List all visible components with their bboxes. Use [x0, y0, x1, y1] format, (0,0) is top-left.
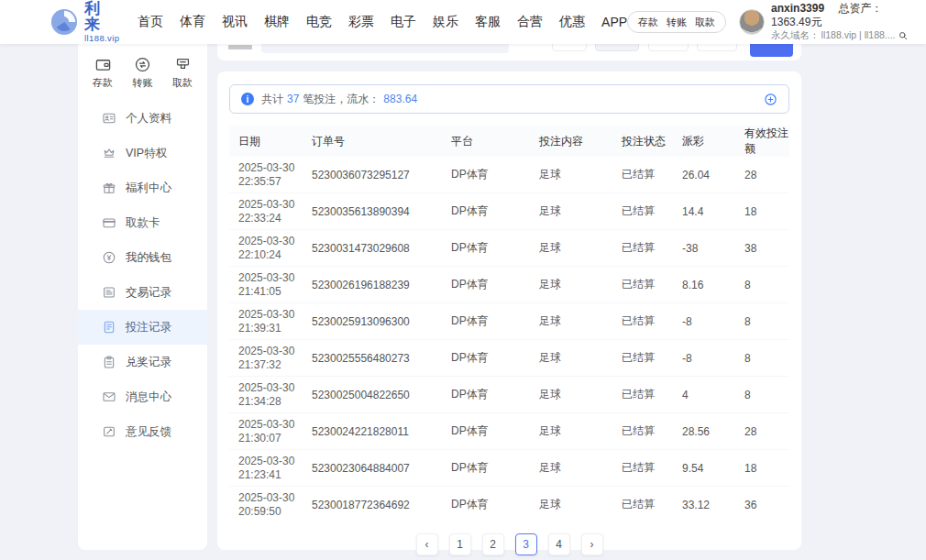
nav-item[interactable]: APP [601, 15, 627, 29]
cell-valid-amount: 8 [735, 377, 789, 413]
pagination-button[interactable]: 1 [449, 533, 471, 555]
filter-date-input[interactable] [261, 44, 509, 53]
site-logo[interactable]: 利 来 ll188.vip [50, 1, 123, 43]
cell-bet-status: 已结算 [612, 157, 673, 193]
cell-bet-content: 足球 [530, 157, 612, 193]
app-window: 利 来 ll188.vip 首页体育视讯棋牌电竞彩票电子娱乐客服合营优惠APP … [0, 0, 926, 560]
pagination-button[interactable]: ‹ [416, 533, 438, 555]
cell-bet-content: 足球 [530, 377, 612, 413]
sidebar-quick-action[interactable]: 存款 [93, 56, 113, 90]
sidebar-menu-item[interactable]: VIP特权 [78, 136, 207, 170]
table-row: 2025-03-30 22:10:24 5230031473029608 DP体… [229, 230, 789, 267]
sidebar-menu-item[interactable]: 我的钱包 [78, 240, 207, 275]
plus-circle-icon[interactable] [764, 93, 777, 106]
nav-item[interactable]: 电竞 [306, 14, 332, 30]
pagination-button[interactable]: › [581, 533, 603, 555]
cell-date: 2025-03-30 22:33:24 [229, 193, 303, 230]
avatar[interactable] [739, 9, 765, 35]
summary-text: 共计 37 笔投注，流水： 883.64 [261, 92, 417, 107]
wallet-pill-button[interactable]: 存款 [638, 16, 658, 29]
sidebar-quick-actions: 存款 转账 取款 [78, 44, 207, 90]
bet-records-table: 日期订单号平台投注内容投注状态派彩有效投注额 2025-03-30 22:35:… [229, 126, 789, 522]
nav-item[interactable]: 合营 [517, 14, 543, 30]
pagination-button[interactable]: 3 [515, 533, 537, 555]
cell-bet-status: 已结算 [612, 340, 673, 377]
cell-order-number: 5230023064884007 [303, 450, 442, 487]
cell-platform: DP体育 [442, 487, 530, 523]
welfare-icon [102, 181, 116, 195]
sidebar-menu-item[interactable]: 消息中心 [78, 379, 207, 414]
nav-item[interactable]: 首页 [138, 14, 163, 30]
pagination-button[interactable]: 4 [548, 533, 570, 555]
nav-item[interactable]: 娱乐 [433, 14, 458, 30]
cell-platform: DP体育 [442, 413, 530, 450]
sidebar-menu-item[interactable]: 意见反馈 [78, 414, 207, 449]
nav-item[interactable]: 优惠 [559, 14, 585, 30]
cell-bet-status: 已结算 [612, 487, 673, 523]
cell-platform: DP体育 [442, 230, 530, 267]
cell-bet-status: 已结算 [612, 377, 673, 413]
message-icon [102, 390, 116, 404]
pagination-button[interactable]: 2 [482, 533, 504, 555]
sidebar-menu-item[interactable]: 个人资料 [78, 101, 207, 136]
transfer-icon [134, 56, 151, 73]
table-header-row: 日期订单号平台投注内容投注状态派彩有效投注额 [229, 126, 789, 157]
filter-search-button[interactable] [750, 44, 793, 57]
sidebar-menu-item[interactable]: 取款卡 [78, 205, 207, 240]
nav-item[interactable]: 客服 [475, 14, 501, 30]
cell-bet-content: 足球 [530, 267, 612, 303]
profile-icon [102, 111, 116, 126]
summary-bar: i 共计 37 笔投注，流水： 883.64 [229, 84, 789, 114]
table-row: 2025-03-30 21:41:05 5230026196188239 DP体… [229, 267, 789, 303]
nav-item[interactable]: 棋牌 [264, 14, 290, 30]
sidebar-menu-item[interactable]: 兑奖记录 [78, 345, 207, 379]
cell-order-number: 5230036073295127 [303, 157, 442, 193]
table-row: 2025-03-30 22:33:24 5230035613890394 DP体… [229, 193, 789, 230]
cell-order-number: 5230026196188239 [303, 267, 442, 303]
main-nav: 首页体育视讯棋牌电竞彩票电子娱乐客服合营优惠APP [138, 14, 627, 30]
nav-item[interactable]: 电子 [391, 14, 416, 30]
sidebar-menu-item[interactable]: 投注记录 [78, 310, 207, 345]
sidebar-quick-action[interactable]: 取款 [172, 56, 193, 90]
sidebar-menu-item[interactable]: 交易记录 [78, 275, 207, 310]
search-icon[interactable] [898, 30, 909, 41]
username: anxin3399 [771, 2, 824, 15]
cell-order-number: 5230024221828011 [303, 413, 442, 450]
wallet-pill-button[interactable]: 转账 [667, 16, 687, 29]
cell-payout: 9.54 [673, 450, 735, 487]
column-header: 投注状态 [612, 126, 673, 157]
sidebar-menu-item[interactable]: 福利中心 [78, 170, 207, 205]
cell-payout: 4 [673, 377, 735, 413]
feedback-icon [102, 424, 116, 439]
cell-valid-amount: 18 [735, 193, 789, 230]
nav-item[interactable]: 视讯 [222, 14, 248, 30]
bet-records-panel: i 共计 37 笔投注，流水： 883.64 日期订单号平台投注内 [217, 71, 801, 550]
filter-bar-cutoff [217, 44, 801, 60]
cell-bet-content: 足球 [530, 413, 612, 450]
filter-range-option[interactable] [697, 44, 737, 51]
account-line1: anxin3399 总资产： 1363.49元 [771, 2, 917, 29]
cell-bet-content: 足球 [530, 487, 612, 523]
wallet-pill-button[interactable]: 取款 [695, 16, 715, 29]
domain-value: ll188.vip | ll188.... [821, 29, 896, 41]
nav-item[interactable]: 体育 [180, 14, 205, 30]
assets-label: 总资产： [838, 2, 882, 15]
cell-date: 2025-03-30 21:37:32 [229, 340, 303, 377]
cell-date: 2025-03-30 21:23:41 [229, 450, 303, 487]
wallet-icon [102, 250, 116, 265]
sidebar-menu: 个人资料 VIP特权 福利中心 取款卡 [78, 101, 207, 449]
cell-platform: DP体育 [442, 340, 530, 377]
cell-order-number: 5230035613890394 [303, 193, 442, 230]
sidebar: 存款 转账 取款 个人资料 [78, 44, 207, 550]
filter-range-option[interactable] [552, 44, 587, 51]
sidebar-quick-action[interactable]: 转账 [133, 56, 153, 90]
cell-valid-amount: 8 [735, 340, 789, 377]
cell-bet-status: 已结算 [612, 450, 673, 487]
filter-range-option[interactable] [595, 44, 639, 51]
cell-bet-content: 足球 [530, 450, 612, 487]
nav-item[interactable]: 彩票 [348, 14, 374, 30]
cell-platform: DP体育 [442, 193, 530, 230]
cell-date: 2025-03-30 21:30:07 [229, 413, 303, 450]
filter-range-option[interactable] [648, 44, 689, 51]
cell-date: 2025-03-30 20:59:50 [229, 487, 303, 523]
